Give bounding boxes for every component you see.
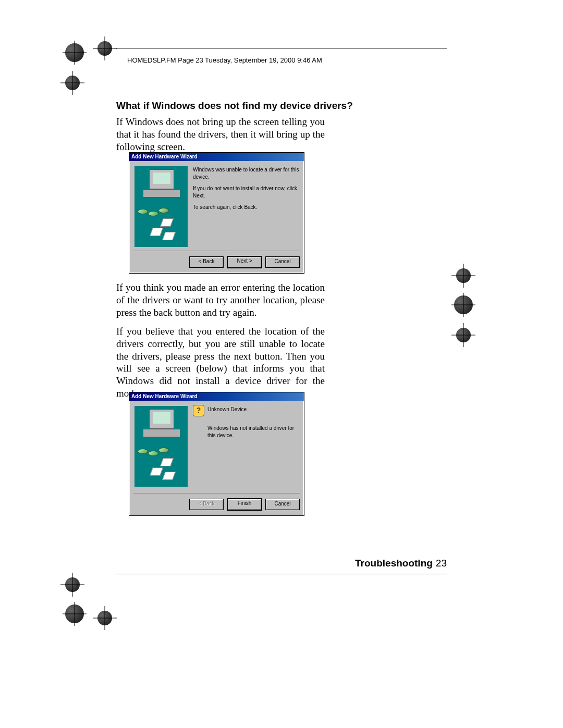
- dialog-text: To search again, click Back.: [193, 204, 300, 211]
- bottom-rule: [116, 574, 447, 574]
- page-number: 23: [436, 558, 447, 569]
- footer-section: Troubleshooting: [355, 558, 433, 569]
- section-heading: What if Windows does not find my device …: [116, 100, 353, 112]
- back-button[interactable]: < Back: [189, 256, 224, 268]
- dialog-titlebar: Add New Hardware Wizard: [129, 153, 304, 161]
- dialog-button-row: < Back Next > Cancel: [133, 251, 300, 270]
- dialog-message: Windows was unable to locate a driver fo…: [193, 166, 300, 215]
- dialog-message: Unknown Device Windows has not installed…: [207, 406, 300, 443]
- dialog-button-row: < Back Finish Cancel: [133, 493, 300, 512]
- page-footer: Troubleshooting23: [355, 558, 447, 569]
- registration-mark-icon: [451, 293, 475, 317]
- hardware-wizard-dialog-1: Add New Hardware Wizard Windows was unab…: [129, 152, 304, 274]
- dialog-text: Windows was unable to locate a driver fo…: [193, 166, 300, 181]
- registration-mark-icon: [63, 41, 87, 65]
- body-paragraph: If Windows does not bring up the screen …: [116, 116, 325, 153]
- registration-mark-icon: [60, 573, 84, 597]
- back-button: < Back: [189, 499, 224, 510]
- running-header: HOMEDSLP.FM Page 23 Tuesday, September 1…: [127, 56, 322, 64]
- question-mark-icon: ?: [193, 405, 204, 416]
- hardware-wizard-dialog-2: Add New Hardware Wizard ? Unknown Device…: [129, 392, 304, 516]
- finish-button[interactable]: Finish: [227, 498, 262, 511]
- dialog-text: If you do not want to install a driver n…: [193, 185, 300, 200]
- dialog-text: Windows has not installed a driver for t…: [207, 425, 300, 439]
- registration-mark-icon: [93, 606, 117, 630]
- dialog-titlebar: Add New Hardware Wizard: [129, 392, 304, 401]
- registration-mark-icon: [451, 264, 475, 288]
- registration-mark-icon: [60, 71, 84, 95]
- body-paragraph: If you believe that you entered the loca…: [116, 325, 325, 400]
- registration-mark-icon: [63, 602, 87, 626]
- cancel-button[interactable]: Cancel: [265, 499, 300, 510]
- document-page: HOMEDSLP.FM Page 23 Tuesday, September 1…: [0, 0, 563, 728]
- registration-mark-icon: [451, 323, 475, 347]
- next-button[interactable]: Next >: [227, 256, 262, 268]
- wizard-illustration-icon: [134, 166, 188, 247]
- body-paragraph: If you think you made an error entering …: [116, 281, 325, 318]
- wizard-illustration-icon: [134, 406, 188, 487]
- top-rule: [116, 48, 447, 48]
- cancel-button[interactable]: Cancel: [265, 256, 300, 268]
- device-name: Unknown Device: [207, 406, 300, 413]
- registration-mark-icon: [93, 36, 117, 60]
